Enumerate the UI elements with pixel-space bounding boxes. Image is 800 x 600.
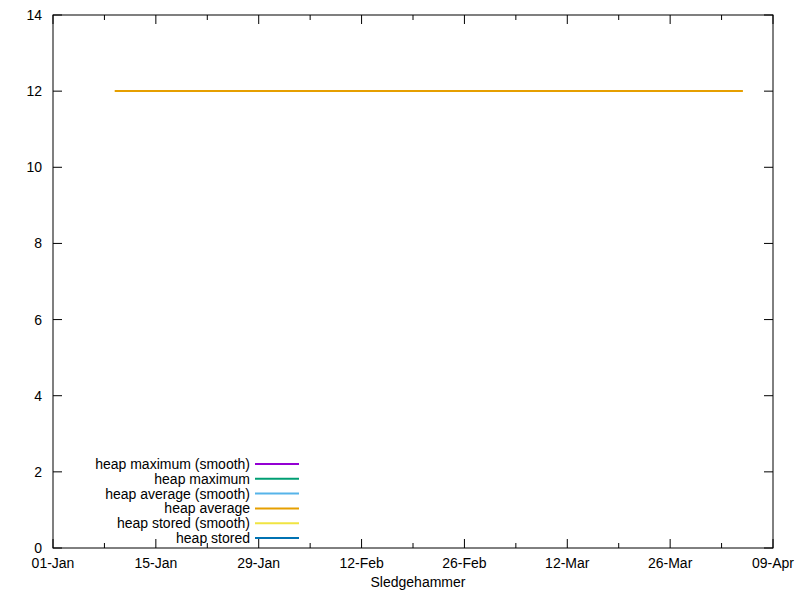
y-tick-label: 6 bbox=[34, 312, 42, 328]
x-tick-label: 12-Feb bbox=[339, 555, 384, 571]
y-tick-label: 10 bbox=[26, 159, 42, 175]
x-tick-label: 15-Jan bbox=[134, 555, 177, 571]
y-axis: 02468101214 bbox=[26, 7, 773, 556]
legend-label: heap average bbox=[164, 500, 250, 516]
y-tick-label: 14 bbox=[26, 7, 42, 23]
x-axis-title: Sledgehammer bbox=[371, 574, 466, 590]
gnuplot-line-chart: Sledgehammer 01-Jan15-Jan29-Jan12-Feb26-… bbox=[0, 0, 800, 600]
x-tick-label: 29-Jan bbox=[237, 555, 280, 571]
x-tick-label: 26-Mar bbox=[648, 555, 693, 571]
x-tick-label: 01-Jan bbox=[32, 555, 75, 571]
y-tick-label: 0 bbox=[34, 540, 42, 556]
x-tick-label: 09-Apr bbox=[752, 555, 794, 571]
legend-label: heap maximum (smooth) bbox=[95, 456, 250, 472]
chart-canvas: Sledgehammer 01-Jan15-Jan29-Jan12-Feb26-… bbox=[0, 0, 800, 600]
legend-label: heap maximum bbox=[154, 471, 250, 487]
legend-label: heap stored bbox=[176, 530, 250, 546]
legend: heap maximum (smooth)heap maximumheap av… bbox=[95, 456, 299, 546]
y-tick-label: 8 bbox=[34, 235, 42, 251]
y-tick-label: 2 bbox=[34, 464, 42, 480]
y-tick-label: 4 bbox=[34, 388, 42, 404]
legend-label: heap average (smooth) bbox=[105, 486, 250, 502]
legend-label: heap stored (smooth) bbox=[117, 515, 250, 531]
x-tick-label: 12-Mar bbox=[545, 555, 590, 571]
x-tick-label: 26-Feb bbox=[442, 555, 487, 571]
y-tick-label: 12 bbox=[26, 83, 42, 99]
